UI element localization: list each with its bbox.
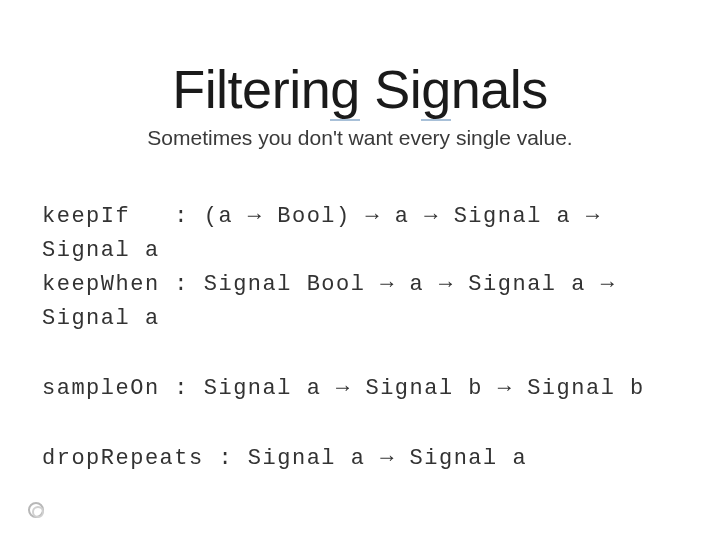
slide-title: Filtering Signals (40, 58, 680, 120)
slide-template-icon (28, 502, 44, 518)
title-fragment: nals (451, 59, 548, 119)
code-line: Signal a (42, 302, 680, 336)
title-fragment: Si (360, 59, 422, 119)
code-block-sampleon: sampleOn : Signal a → Signal b → Signal … (42, 372, 680, 406)
title-underline-g2: g (421, 59, 451, 121)
title-underline-g1: g (330, 59, 360, 121)
title-fragment: Filterin (172, 59, 330, 119)
code-block-droprepeats: dropRepeats : Signal a → Signal a (42, 442, 680, 476)
code-line: keepWhen : Signal Bool → a → Signal a → (42, 268, 680, 302)
slide-subtitle: Sometimes you don't want every single va… (40, 126, 680, 150)
code-line: Signal a (42, 234, 680, 268)
code-line: keepIf : (a → Bool) → a → Signal a → (42, 200, 680, 234)
code-line: dropRepeats : Signal a → Signal a (42, 442, 680, 476)
code-block-keep: keepIf : (a → Bool) → a → Signal a → Sig… (42, 200, 680, 336)
code-line: sampleOn : Signal a → Signal b → Signal … (42, 372, 680, 406)
